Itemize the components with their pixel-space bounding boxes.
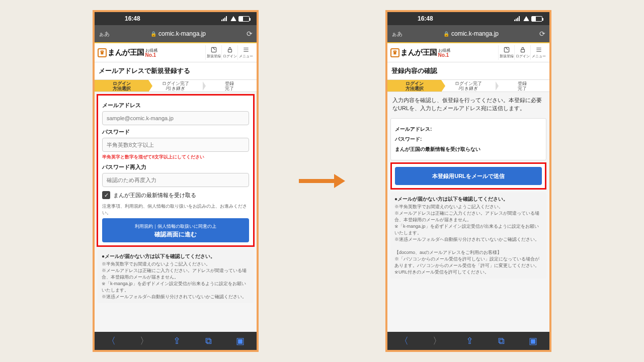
newsletter-checkbox[interactable]: ✓ まんが王国の最新情報を受け取る [102, 191, 249, 199]
app-header: ♛ まんが王国 お得感No.1 新規登録 ログイン メニュー [95, 42, 257, 62]
browser-toolbar: 〈 〉 ⇪ ⧉ ▣ [95, 332, 257, 350]
status-bar: 16:48 [95, 12, 257, 25]
phone-screen-confirm: 16:48 ぁあ 🔒comic.k-manga.jp ⟳ ♛ まんが王国 お得感… [385, 10, 551, 352]
share-icon[interactable]: ⇪ [466, 335, 473, 346]
signal-icon [221, 16, 228, 21]
battery-icon [531, 16, 542, 22]
reload-icon[interactable]: ⟳ [539, 30, 545, 38]
password-hint: 半角英字と数字を混ぜて8文字以上にしてください [102, 154, 249, 160]
page-url: 🔒comic.k-manga.jp [407, 30, 535, 37]
brand-logo[interactable]: ♛ まんが王国 お得感No.1 [98, 48, 205, 57]
proceed-confirm-button[interactable]: 利用規約｜個人情報の取扱いに同意の上 確認画面に進む [102, 218, 249, 242]
status-time: 16:48 [418, 15, 433, 22]
browser-address-bar[interactable]: ぁあ 🔒comic.k-manga.jp ⟳ [95, 25, 257, 42]
tabs-icon[interactable]: ▣ [236, 335, 245, 346]
brand-logo[interactable]: ♛ まんが王国 お得感No.1 [390, 48, 498, 57]
step-2: ログイン完了 /引き継ぎ [148, 80, 202, 92]
register-button[interactable]: 新規登録 [205, 45, 221, 60]
svg-rect-2 [504, 47, 509, 52]
bookmarks-icon[interactable]: ⧉ [205, 336, 212, 346]
phone-screen-register: 16:48 ぁあ 🔒comic.k-manga.jp ⟳ ♛ まんが王国 お得感… [93, 10, 259, 352]
step-1: ログイン 方法選択 [387, 80, 441, 92]
text-size-button[interactable]: ぁあ [391, 30, 403, 38]
password-input[interactable] [102, 138, 249, 152]
status-icons [221, 16, 250, 22]
crown-icon: ♛ [98, 48, 107, 57]
confirm-description: 入力内容を確認し、仮登録を行ってください。本登録に必要なURLを、入力したメール… [387, 92, 549, 116]
confirm-summary: メールアドレス: パスワード: まんが王国の最新情報を受け取らない [390, 118, 546, 160]
page-title: メールアドレスで新規登録する [95, 62, 257, 80]
browser-address-bar[interactable]: ぁあ 🔒comic.k-manga.jp ⟳ [387, 25, 549, 42]
lock-icon: 🔒 [443, 31, 449, 37]
terms-note: 注意事項、利用規約、個人情報の取り扱いをお読みの上、お進みください。 [102, 203, 249, 216]
email-input[interactable] [102, 111, 249, 125]
forward-icon[interactable]: 〉 [433, 335, 442, 347]
bookmarks-icon[interactable]: ⧉ [498, 336, 505, 346]
register-button[interactable]: 新規登録 [498, 45, 514, 60]
battery-icon [238, 16, 250, 22]
signal-icon [514, 16, 521, 21]
page-content: ♛ まんが王国 お得感No.1 新規登録 ログイン メニュー 登録内容の確認 ロ… [387, 42, 549, 332]
password-confirm-input[interactable] [102, 173, 249, 187]
wifi-icon [230, 16, 236, 21]
page-content: ♛ まんが王国 お得感No.1 新規登録 ログイン メニュー メールアドレスで新… [95, 42, 257, 332]
status-icons [514, 16, 542, 22]
page-title: 登録内容の確認 [387, 62, 549, 80]
menu-button[interactable]: メニュー [530, 45, 546, 60]
label-password: パスワード [102, 128, 249, 136]
progress-steps: ログイン 方法選択 ログイン完了 /引き継ぎ 登録 完了 [387, 80, 549, 92]
svg-rect-1 [228, 49, 231, 52]
row-email: メールアドレス: [395, 126, 542, 133]
browser-toolbar: 〈 〉 ⇪ ⧉ ▣ [387, 332, 549, 350]
crown-icon: ♛ [390, 48, 399, 57]
email-help-box: ●メールが届かない方は以下を確認してください。 ※半角英数字でお間違えのないよう… [98, 250, 254, 303]
status-time: 16:48 [125, 15, 140, 22]
back-icon[interactable]: 〈 [107, 335, 116, 347]
forward-icon[interactable]: 〉 [140, 335, 149, 347]
send-url-button[interactable]: 本登録用URLをメールで送信 [395, 167, 542, 185]
label-email: メールアドレス [102, 102, 249, 109]
lock-icon: 🔒 [150, 31, 156, 37]
row-newsletter: まんが王国の最新情報を受け取らない [395, 146, 542, 153]
svg-rect-3 [521, 49, 524, 52]
progress-steps: ログイン 方法選択 ログイン完了 /引き継ぎ 登録 完了 [95, 80, 257, 92]
label-password-confirm: パスワード再入力 [102, 163, 249, 171]
step-3: 登録 完了 [496, 80, 549, 92]
share-icon[interactable]: ⇪ [173, 335, 181, 346]
registration-form: メールアドレス パスワード 半角英字と数字を混ぜて8文字以上にしてください パス… [97, 94, 255, 247]
login-button[interactable]: ログイン [221, 45, 237, 60]
step-2: ログイン完了 /引き継ぎ [441, 80, 495, 92]
checkbox-icon: ✓ [102, 191, 110, 199]
app-header: ♛ まんが王国 お得感No.1 新規登録 ログイン メニュー [387, 42, 549, 62]
status-bar: 16:48 [387, 12, 549, 25]
text-size-button[interactable]: ぁあ [99, 30, 110, 38]
wifi-icon [523, 16, 529, 21]
page-url: 🔒comic.k-manga.jp [114, 30, 243, 37]
back-icon[interactable]: 〈 [399, 335, 409, 347]
step-3: 登録 完了 [203, 80, 257, 92]
svg-rect-0 [211, 47, 216, 52]
row-password: パスワード: [395, 136, 542, 143]
reload-icon[interactable]: ⟳ [247, 30, 253, 38]
email-help-box: ●メールが届かない方は以下を確認してください。 ※半角英数字でお間違えのないよう… [390, 193, 546, 279]
send-url-box: 本登録用URLをメールで送信 [390, 162, 546, 190]
tabs-icon[interactable]: ▣ [529, 335, 537, 346]
flow-arrow-icon [299, 174, 345, 188]
login-button[interactable]: ログイン [514, 45, 530, 60]
step-1: ログイン 方法選択 [95, 80, 148, 92]
menu-button[interactable]: メニュー [237, 45, 254, 60]
